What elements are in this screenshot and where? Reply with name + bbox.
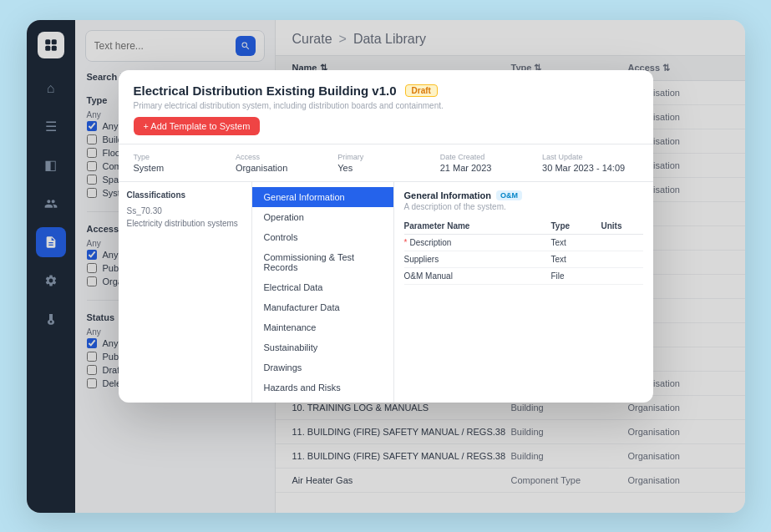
param-description-name: *Description xyxy=(404,238,551,247)
param-col-type: Type xyxy=(551,221,601,231)
param-om-manual-name: O&M Manual xyxy=(404,271,551,281)
meta-access: Access Organisation xyxy=(236,153,331,173)
param-col-units: Units xyxy=(601,221,643,231)
param-row-description: *Description Text xyxy=(404,235,643,251)
param-col-name: Parameter Name xyxy=(404,221,551,231)
om-badge: O&M xyxy=(496,190,522,200)
detail-section-title-text: General Information xyxy=(404,190,492,200)
app-container: ⌂ ☰ ◧ Search filters Type ▾ xyxy=(27,20,745,513)
meta-row: Type System Access Organisation Primary … xyxy=(119,144,653,182)
meta-type: Type System xyxy=(134,153,229,173)
classifications-panel: Classifications Ss_70.30 Electricity dis… xyxy=(119,182,252,403)
tab-general-information[interactable]: General Information xyxy=(252,187,393,207)
tab-operation[interactable]: Operation xyxy=(252,207,393,227)
tabs-panel: General Information Operation Controls C… xyxy=(252,182,394,403)
meta-last-update: Last Update 30 Mar 2023 - 14:09 xyxy=(542,153,637,173)
param-row-suppliers: Suppliers Text xyxy=(404,251,643,268)
tab-commissioning[interactable]: Commissioning & Test Records xyxy=(252,247,393,277)
param-row-om-manual: O&M Manual File xyxy=(404,268,643,285)
param-om-manual-type: File xyxy=(551,271,601,281)
tab-electrical-data[interactable]: Electrical Data xyxy=(252,277,393,297)
detail-panel: General Information O&M A description of… xyxy=(394,182,653,403)
modal-title: Electrical Distribution Existing Buildin… xyxy=(134,84,397,98)
add-template-button[interactable]: + Add Template to System xyxy=(134,117,261,135)
tab-controls[interactable]: Controls xyxy=(252,227,393,247)
tab-manufacturer-data[interactable]: Manufacturer Data xyxy=(252,297,393,317)
tab-sustainability[interactable]: Sustainability xyxy=(252,337,393,357)
modal-header: Electrical Distribution Existing Buildin… xyxy=(119,70,653,144)
modal-subtitle: Primary electrical distribution system, … xyxy=(134,101,638,110)
param-suppliers-name: Suppliers xyxy=(404,255,551,264)
tab-drawings[interactable]: Drawings xyxy=(252,357,393,377)
meta-date-created: Date Created 21 Mar 2023 xyxy=(440,153,535,173)
param-description-type: Text xyxy=(551,238,601,247)
detail-section-subtitle: A description of the system. xyxy=(404,202,643,211)
tab-hazards[interactable]: Hazards and Risks xyxy=(252,377,393,398)
classifications-label: Classifications xyxy=(127,190,243,200)
classification-code: Ss_70.30 xyxy=(127,205,243,217)
param-table-header: Parameter Name Type Units xyxy=(404,218,643,235)
modal-body: Classifications Ss_70.30 Electricity dis… xyxy=(119,182,653,403)
param-suppliers-type: Text xyxy=(551,255,601,264)
modal-overlay[interactable]: Electrical Distribution Existing Buildin… xyxy=(27,20,745,513)
tab-maintenance[interactable]: Maintenance xyxy=(252,317,393,337)
modal-draft-badge: Draft xyxy=(405,84,438,97)
classification-desc: Electricity distribution systems xyxy=(127,217,243,230)
meta-primary: Primary Yes xyxy=(337,153,433,173)
modal: Electrical Distribution Existing Buildin… xyxy=(119,70,653,403)
